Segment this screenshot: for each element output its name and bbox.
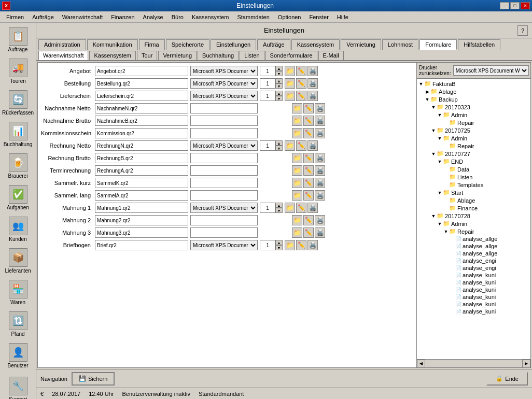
print-btn-bestellung[interactable]: 🖨️ — [307, 78, 318, 89]
folder-btn-rechnung-brutto[interactable]: 📁 — [292, 153, 302, 163]
select-angebot[interactable]: Microsoft XPS Documer — [190, 66, 258, 76]
folder-btn-rechnung-netto[interactable]: 📁 — [285, 140, 295, 151]
edit-btn-angebot[interactable]: ✏️ — [296, 66, 306, 76]
spin-up-lieferschein[interactable]: ▲ — [275, 91, 283, 96]
sidebar-item-brauerei[interactable]: 🍺 Brauerei — [2, 151, 35, 181]
spin-down-lieferschein[interactable]: ▼ — [275, 96, 283, 101]
sidebar-item-waren[interactable]: 🏪 Waren — [2, 278, 35, 307]
tree-item-data[interactable]: 📁 Data — [418, 165, 529, 173]
tree-item-20170728[interactable]: ▼ 📁 20170728 — [418, 212, 529, 220]
edit-btn-mahnung2[interactable]: ✏️ — [303, 215, 314, 225]
tree-item-file2[interactable]: 📄 analyse_allge — [418, 243, 529, 250]
tree-area[interactable]: ▼ 📁 FakturaB ▶ 📁 Ablage ▼ 📁 Backu — [417, 79, 530, 359]
edit-btn-nachnahme-netto[interactable]: ✏️ — [303, 103, 314, 113]
folder-btn-terminrechnung[interactable]: 📁 — [292, 165, 302, 176]
input-mahnung1[interactable] — [95, 203, 188, 213]
edit-btn-mahnung3[interactable]: ✏️ — [303, 227, 314, 238]
print-btn-angebot[interactable]: 🖨️ — [307, 66, 318, 76]
tree-item-file9[interactable]: 📄 analyse_kuni — [418, 293, 529, 301]
folder-btn-nachnahme-brutto[interactable]: 📁 — [292, 116, 302, 126]
menu-buero[interactable]: Büro — [167, 13, 188, 21]
folder-btn-briefbogen[interactable]: 📁 — [285, 240, 295, 250]
sidebar-item-touren[interactable]: 🚚 Touren — [2, 56, 35, 86]
select-mahnung1[interactable]: Microsoft XPS Documer — [190, 203, 258, 213]
tab-administration[interactable]: Administration — [38, 39, 86, 50]
tab-kassensystem[interactable]: Kassensystem — [291, 39, 340, 50]
menu-analyse[interactable]: Analyse — [139, 13, 167, 21]
input-mahnung3[interactable] — [95, 227, 188, 238]
spin-up-bestellung[interactable]: ▲ — [275, 78, 283, 83]
tab-auftraege[interactable]: Aufträge — [257, 39, 290, 50]
tab2-warenwirtschaft[interactable]: Warenwirtschaft — [38, 51, 88, 60]
edit-btn-sammelr-kurz[interactable]: ✏️ — [303, 178, 314, 188]
select-rechnung-netto[interactable]: Microsoft XPS Documer — [190, 140, 258, 151]
print-btn-sammelr-lang[interactable]: 🖨️ — [315, 190, 325, 201]
print-btn-mahnung3[interactable]: 🖨️ — [315, 227, 325, 238]
tab2-listen[interactable]: Listen — [240, 51, 264, 60]
tree-item-admin3[interactable]: ▼ 📁 Admin — [418, 220, 529, 227]
folder-btn-nachnahme-netto[interactable]: 📁 — [292, 103, 302, 113]
menu-finanzen[interactable]: Finanzen — [107, 13, 138, 21]
print-btn-briefbogen[interactable]: 🖨️ — [307, 240, 318, 250]
input-printer-sammelr-lang[interactable] — [190, 190, 258, 201]
spin-input-angebot[interactable] — [260, 66, 275, 76]
input-printer-mahnung3[interactable] — [190, 227, 258, 238]
input-printer-nachnahme-brutto[interactable] — [190, 116, 258, 126]
folder-btn-angebot[interactable]: 📁 — [285, 66, 295, 76]
edit-btn-rechnung-brutto[interactable]: ✏️ — [303, 153, 314, 163]
print-btn-nachnahme-netto[interactable]: 🖨️ — [315, 103, 325, 113]
menu-warenwirtschaft[interactable]: Warenwirtschaft — [58, 13, 107, 21]
spin-down-briefbogen[interactable]: ▼ — [275, 245, 283, 250]
spin-down-mahnung1[interactable]: ▼ — [275, 208, 283, 213]
sidebar-item-auftraege[interactable]: 📋 Aufträge — [2, 25, 35, 54]
input-printer-sammelr-kurz[interactable] — [190, 178, 258, 188]
tab-hilfstabellen[interactable]: Hilfstabellen — [458, 39, 500, 50]
spin-up-rechnung-netto[interactable]: ▲ — [275, 140, 283, 146]
folder-btn-sammelr-kurz[interactable]: 📁 — [292, 178, 302, 188]
menu-stammdaten[interactable]: Stammdaten — [233, 13, 273, 21]
maximize-button[interactable]: □ — [510, 2, 520, 9]
spin-up-briefbogen[interactable]: ▲ — [275, 240, 283, 245]
select-bestellung[interactable]: Microsoft XPS Documer — [190, 78, 258, 89]
hscroll-track[interactable] — [425, 360, 522, 368]
spin-input-rechnung-netto[interactable] — [260, 140, 275, 151]
ende-button[interactable]: 🔒 Ende — [486, 372, 528, 386]
tree-item-templates[interactable]: 📁 Templates — [418, 181, 529, 189]
sidebar-item-rueckerfassen[interactable]: 🔄 Rückerfassen — [2, 88, 35, 118]
edit-btn-nachnahme-brutto[interactable]: ✏️ — [303, 116, 314, 126]
sidebar-item-lieferanten[interactable]: 📦 Lieferanten — [2, 246, 35, 276]
tree-item-admin1[interactable]: ▼ 📁 Admin — [418, 111, 529, 119]
tab-lohnmost[interactable]: Lohnmost — [382, 39, 418, 50]
tab-firma[interactable]: Firma — [139, 39, 165, 50]
select-lieferschein[interactable]: Microsoft XPS Documer — [190, 91, 258, 101]
spin-down-angebot[interactable]: ▼ — [275, 71, 283, 76]
menu-fenster[interactable]: Fenster — [305, 13, 333, 21]
tree-item-20170727[interactable]: ▼ 📁 20170727 — [418, 150, 529, 158]
tree-item-repair1[interactable]: 📁 Repair — [418, 119, 529, 126]
menu-auftraege[interactable]: Aufträge — [28, 13, 58, 21]
folder-btn-mahnung1[interactable]: 📁 — [285, 203, 295, 213]
tab2-email[interactable]: E-Mail — [318, 51, 344, 60]
input-lieferschein[interactable] — [95, 91, 188, 101]
sidebar-item-benutzer[interactable]: 👤 Benutzer — [2, 341, 35, 370]
tab-einstellungen[interactable]: Einstellungen — [211, 39, 256, 50]
tree-item-end[interactable]: ▼ 📁 END — [418, 158, 529, 165]
tree-item-file7[interactable]: 📄 analyse_kuni — [418, 279, 529, 286]
tree-item-admin2[interactable]: ▼ 📁 Admin — [418, 134, 529, 142]
edit-btn-lieferschein[interactable]: ✏️ — [296, 91, 306, 101]
sidebar-item-aufgaben[interactable]: ✅ Aufgaben — [2, 183, 35, 212]
input-angebot[interactable] — [95, 66, 188, 76]
spin-down-bestellung[interactable]: ▼ — [275, 83, 283, 89]
folder-btn-sammelr-lang[interactable]: 📁 — [292, 190, 302, 201]
tree-item-file6[interactable]: 📄 analyse_kuni — [418, 272, 529, 279]
sidebar-item-kunden[interactable]: 👥 Kunden — [2, 215, 35, 244]
tree-item-file8[interactable]: 📄 analyse_kuni — [418, 286, 529, 293]
edit-btn-briefbogen[interactable]: ✏️ — [296, 240, 306, 250]
input-nachnahme-brutto[interactable] — [95, 116, 188, 126]
spin-input-briefbogen[interactable] — [260, 240, 275, 250]
input-terminrechnung[interactable] — [95, 165, 188, 176]
tree-item-start[interactable]: ▼ 📁 Start — [418, 189, 529, 196]
print-btn-kommissionsschein[interactable]: 🖨️ — [315, 128, 325, 138]
menu-kassensystem[interactable]: Kassensystem — [188, 13, 233, 21]
spin-up-angebot[interactable]: ▲ — [275, 66, 283, 71]
